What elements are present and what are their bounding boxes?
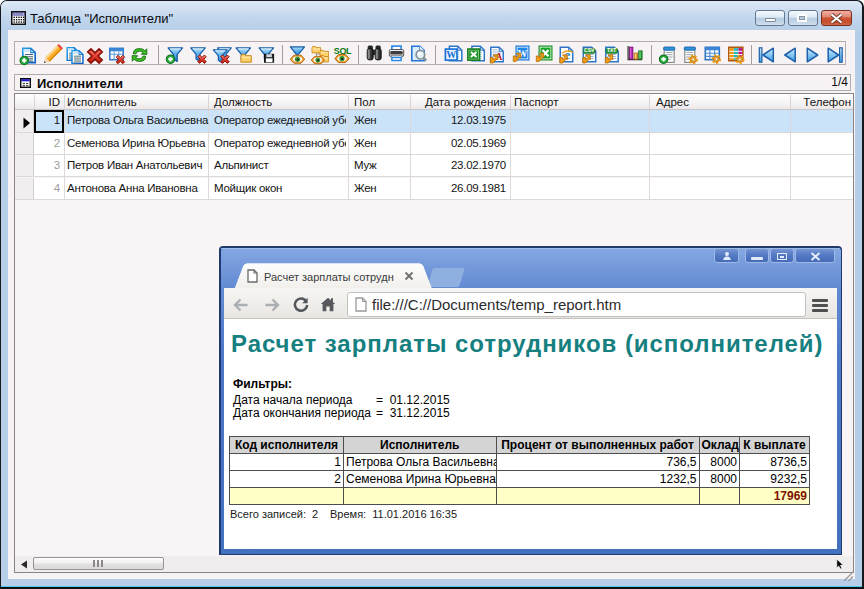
svg-text:CSV: CSV [584, 47, 595, 53]
svg-text:W: W [446, 49, 456, 60]
svg-text:TXT: TXT [607, 47, 616, 53]
svg-text:SQL: SQL [334, 46, 352, 56]
